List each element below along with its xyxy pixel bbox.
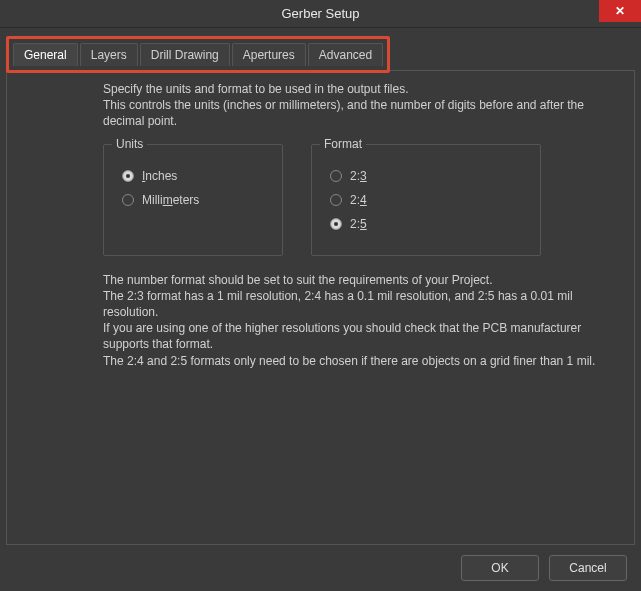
units-group: Units Inches Millimeters — [103, 144, 283, 256]
units-inches-label: Inches — [142, 169, 177, 183]
radio-dot-icon — [122, 194, 134, 206]
radio-dot-icon — [122, 170, 134, 182]
units-millimeters-label: Millimeters — [142, 193, 199, 207]
tab-content: Specify the units and format to be used … — [6, 70, 635, 545]
notes-line2: The 2:3 format has a 1 mil resolution, 2… — [103, 288, 620, 320]
close-button[interactable]: ✕ — [599, 0, 641, 22]
tab-apertures[interactable]: Apertures — [232, 43, 306, 66]
window-title: Gerber Setup — [281, 6, 359, 21]
notes-text: The number format should be set to suit … — [103, 272, 620, 369]
close-icon: ✕ — [615, 4, 625, 18]
notes-line4: The 2:4 and 2:5 formats only need to be … — [103, 353, 620, 369]
format-radio-24[interactable]: 2:4 — [330, 193, 526, 207]
ok-button[interactable]: OK — [461, 555, 539, 581]
dialog-buttons: OK Cancel — [6, 545, 635, 585]
title-bar: Gerber Setup ✕ — [0, 0, 641, 28]
tab-drill-drawing[interactable]: Drill Drawing — [140, 43, 230, 66]
intro-line1: Specify the units and format to be used … — [103, 81, 620, 97]
format-legend: Format — [320, 137, 366, 151]
window-body: General Layers Drill Drawing Apertures A… — [0, 28, 641, 591]
units-radio-inches[interactable]: Inches — [122, 169, 268, 183]
format-group: Format 2:3 2:4 2:5 — [311, 144, 541, 256]
notes-line1: The number format should be set to suit … — [103, 272, 620, 288]
format-24-label: 2:4 — [350, 193, 367, 207]
cancel-button[interactable]: Cancel — [549, 555, 627, 581]
tab-layers[interactable]: Layers — [80, 43, 138, 66]
format-radio-25[interactable]: 2:5 — [330, 217, 526, 231]
radio-dot-icon — [330, 170, 342, 182]
intro-text: Specify the units and format to be used … — [103, 81, 620, 130]
format-radio-23[interactable]: 2:3 — [330, 169, 526, 183]
tab-general[interactable]: General — [13, 43, 78, 66]
intro-line2: This controls the units (inches or milli… — [103, 97, 620, 129]
tab-advanced[interactable]: Advanced — [308, 43, 383, 66]
notes-line3: If you are using one of the higher resol… — [103, 320, 620, 352]
radio-dot-icon — [330, 218, 342, 230]
units-radio-millimeters[interactable]: Millimeters — [122, 193, 268, 207]
tab-row-highlight: General Layers Drill Drawing Apertures A… — [6, 36, 390, 73]
radio-dot-icon — [330, 194, 342, 206]
units-legend: Units — [112, 137, 147, 151]
format-25-label: 2:5 — [350, 217, 367, 231]
option-panels: Units Inches Millimeters Format 2:3 — [103, 144, 620, 256]
format-23-label: 2:3 — [350, 169, 367, 183]
